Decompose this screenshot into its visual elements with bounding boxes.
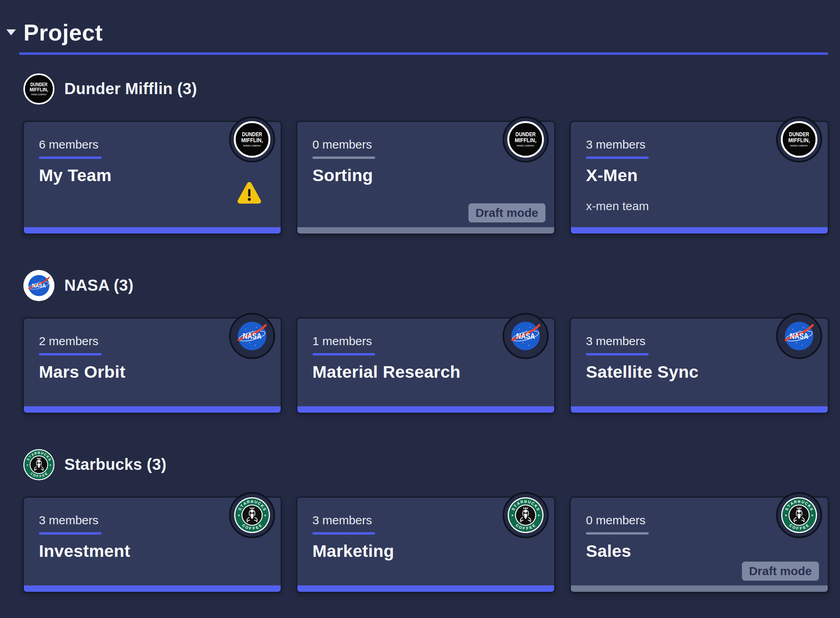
team-card-mars-orbit[interactable]: NASA 2 members Mars Orbit — [23, 317, 282, 414]
svg-text:★: ★ — [538, 514, 540, 517]
starbucks-logo-icon: STARBUCKS COFFEE ★ ★ — [23, 449, 55, 481]
team-description: x-men team — [586, 199, 828, 213]
svg-text:MIFFLIN,: MIFFLIN, — [30, 87, 48, 93]
group-title: NASA (3) — [64, 276, 133, 294]
team-card-my-team[interactable]: DUNDER MIFFLIN, PAPER COMPANY 6 members … — [23, 121, 282, 235]
team-title: Marketing — [312, 541, 554, 561]
svg-text:DUNDER: DUNDER — [242, 130, 262, 137]
svg-text:NASA: NASA — [32, 282, 46, 289]
dunder-mifflin-badge-icon: DUNDER MIFFLIN, PAPER COMPANY — [776, 116, 822, 162]
card-accent-bar — [297, 406, 554, 413]
collapse-caret-icon[interactable] — [6, 29, 16, 35]
team-card-material-research[interactable]: NASA 1 members Material Research — [296, 317, 555, 414]
team-title: Sorting — [312, 166, 554, 185]
card-accent-bar — [24, 227, 281, 234]
group-dunder-mifflin: DUNDER MIFFLIN, PAPER COMPANY Dunder Mif… — [0, 73, 840, 235]
team-title: Material Research — [312, 362, 554, 382]
svg-text:B: B — [251, 499, 254, 504]
svg-text:DUNDER: DUNDER — [516, 130, 536, 137]
svg-text:★: ★ — [49, 464, 52, 466]
group-title: Starbucks (3) — [64, 456, 166, 473]
members-underline — [39, 532, 102, 535]
svg-text:★: ★ — [511, 514, 514, 517]
nasa-badge-icon: NASA — [229, 313, 275, 359]
team-title: Satellite Sync — [586, 362, 828, 382]
members-underline — [312, 532, 375, 535]
dunder-mifflin-badge-icon: DUNDER MIFFLIN, PAPER COMPANY — [503, 116, 549, 162]
nasa-badge-icon: NASA — [776, 313, 822, 359]
team-card-marketing[interactable]: STARBUCKS COFFEE ★ ★ 3 members Marketing — [296, 496, 555, 593]
starbucks-badge-icon: STARBUCKS COFFEE ★ ★ — [776, 492, 822, 538]
team-title: Mars Orbit — [39, 362, 281, 382]
members-underline — [39, 156, 102, 159]
card-accent-bar — [297, 227, 554, 234]
svg-text:★: ★ — [811, 514, 814, 517]
draft-mode-badge: Draft mode — [468, 203, 545, 222]
svg-text:★: ★ — [238, 514, 241, 517]
warning-icon — [237, 182, 262, 204]
svg-text:MIFFLIN,: MIFFLIN, — [515, 137, 537, 143]
group-starbucks: STARBUCKS COFFEE ★ ★ Starbucks (3) STARB… — [0, 449, 840, 593]
svg-text:PAPER COMPANY: PAPER COMPANY — [31, 93, 47, 95]
team-title: Investment — [39, 541, 281, 561]
team-title: X-Men — [586, 166, 828, 185]
members-underline — [586, 353, 649, 355]
card-accent-bar — [571, 585, 828, 592]
members-underline — [586, 156, 649, 159]
members-underline — [312, 353, 375, 355]
card-accent-bar — [297, 585, 554, 592]
svg-text:PAPER COMPANY: PAPER COMPANY — [516, 145, 534, 147]
page-title: Project — [23, 20, 103, 45]
nasa-badge-icon: NASA — [503, 313, 549, 359]
members-underline — [39, 353, 102, 355]
card-accent-bar — [571, 227, 828, 234]
svg-text:B: B — [38, 451, 40, 455]
members-underline — [586, 532, 649, 535]
group-nasa: NASA NASA (3) NASA 2 members Mars Orbit … — [0, 270, 840, 414]
header-divider — [19, 52, 828, 55]
members-underline — [312, 156, 375, 159]
svg-text:DUNDER: DUNDER — [789, 130, 809, 137]
group-title: Dunder Mifflin (3) — [64, 80, 197, 98]
svg-text:MIFFLIN,: MIFFLIN, — [241, 137, 263, 143]
starbucks-badge-icon: STARBUCKS COFFEE ★ ★ — [229, 492, 275, 538]
dunder-mifflin-logo-icon: DUNDER MIFFLIN, PAPER COMPANY — [23, 73, 55, 105]
svg-text:B: B — [798, 499, 801, 504]
team-card-sorting[interactable]: DUNDER MIFFLIN, PAPER COMPANY 0 members … — [296, 121, 555, 235]
svg-text:NASA: NASA — [790, 332, 809, 340]
svg-text:PAPER COMPANY: PAPER COMPANY — [243, 145, 261, 147]
svg-text:B: B — [524, 499, 527, 504]
team-card-sales[interactable]: STARBUCKS COFFEE ★ ★ 0 members Sales Dra… — [570, 496, 829, 593]
svg-text:★: ★ — [785, 514, 788, 517]
team-card-investment[interactable]: STARBUCKS COFFEE ★ ★ 3 members Investmen… — [23, 496, 282, 593]
svg-text:NASA: NASA — [243, 332, 262, 340]
page-header: Project — [0, 0, 840, 55]
svg-text:MIFFLIN,: MIFFLIN, — [788, 137, 810, 143]
draft-mode-badge: Draft mode — [742, 562, 819, 581]
svg-text:★: ★ — [26, 464, 29, 466]
team-card-x-men[interactable]: DUNDER MIFFLIN, PAPER COMPANY 3 members … — [570, 121, 829, 235]
team-title: Sales — [586, 541, 828, 561]
dunder-mifflin-badge-icon: DUNDER MIFFLIN, PAPER COMPANY — [229, 116, 275, 162]
starbucks-badge-icon: STARBUCKS COFFEE ★ ★ — [503, 492, 549, 538]
team-card-satellite-sync[interactable]: NASA 3 members Satellite Sync — [570, 317, 829, 414]
card-accent-bar — [24, 585, 281, 592]
card-accent-bar — [571, 406, 828, 413]
svg-text:★: ★ — [264, 514, 267, 517]
svg-text:PAPER COMPANY: PAPER COMPANY — [790, 145, 808, 147]
nasa-logo-icon: NASA — [23, 270, 55, 301]
svg-text:NASA: NASA — [516, 332, 535, 340]
card-accent-bar — [24, 406, 281, 413]
